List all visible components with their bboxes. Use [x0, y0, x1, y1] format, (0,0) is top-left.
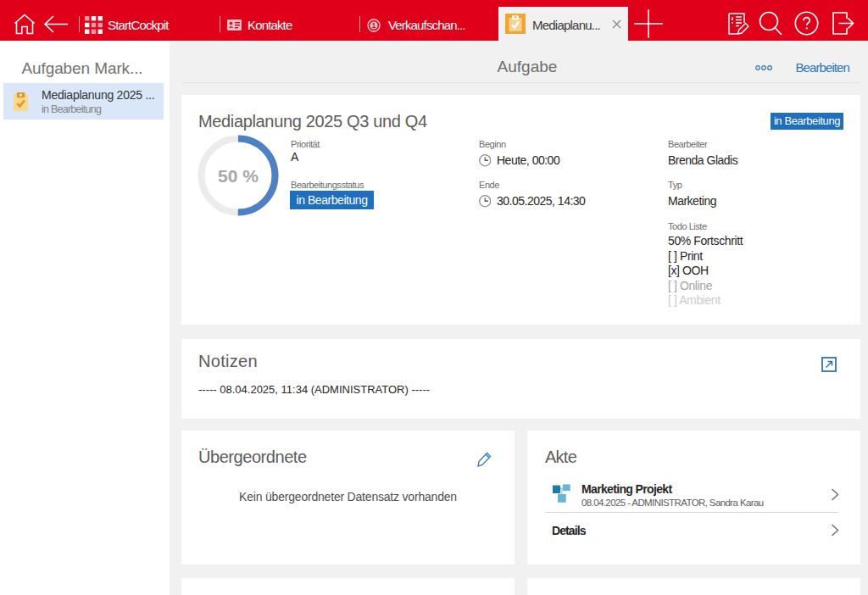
svg-text:1: 1 — [371, 21, 376, 30]
svg-text:50 %: 50 % — [218, 166, 259, 186]
